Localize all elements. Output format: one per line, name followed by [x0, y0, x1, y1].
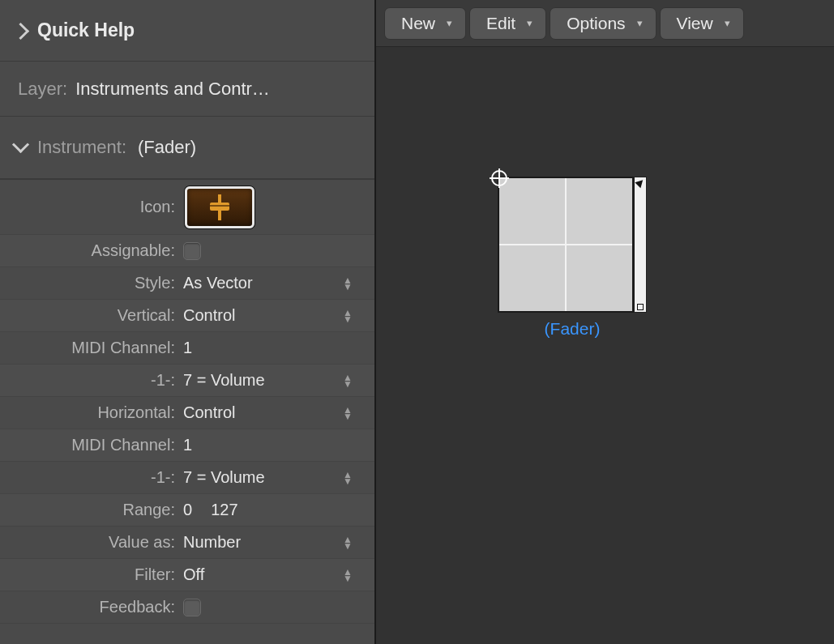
resize-handle-icon[interactable]	[637, 304, 644, 310]
prop-cc-1[interactable]: -1-: 7 = Volume	[0, 365, 374, 397]
environment-workspace[interactable]: (Fader)	[376, 47, 834, 644]
prop-assignable-label: Assignable:	[0, 241, 183, 260]
prop-vertical-value: Control	[183, 306, 235, 325]
stepper-icon[interactable]	[342, 277, 353, 290]
prop-vertical-label: Vertical:	[0, 306, 183, 325]
vector-pad[interactable]	[498, 177, 634, 313]
layer-row[interactable]: Layer: Instruments and Contr…	[0, 62, 374, 117]
prop-midi-channel-1[interactable]: MIDI Channel: 1	[0, 332, 374, 365]
stepper-icon[interactable]	[342, 569, 353, 582]
fader-icon	[205, 193, 234, 222]
prop-assignable: Assignable:	[0, 235, 374, 267]
prop-midi2-value: 1	[183, 436, 192, 454]
chevron-down-icon: ▾	[637, 17, 643, 29]
instrument-header[interactable]: Instrument: (Fader)	[0, 117, 374, 180]
feedback-checkbox[interactable]	[183, 599, 201, 616]
menu-options-label: Options	[567, 14, 625, 33]
prop-style[interactable]: Style: As Vector	[0, 267, 374, 300]
prop-midi-channel-2[interactable]: MIDI Channel: 1	[0, 429, 374, 462]
chevron-down-icon: ▾	[447, 17, 452, 29]
prop-vertical[interactable]: Vertical: Control	[0, 300, 374, 332]
menu-options[interactable]: Options ▾	[550, 7, 656, 40]
prop-midi2-label: MIDI Channel:	[0, 436, 183, 454]
stepper-icon[interactable]	[342, 407, 353, 420]
prop-filter-value: Off	[183, 565, 204, 584]
chevron-down-icon: ▾	[527, 17, 532, 29]
canvas-area: New ▾ Edit ▾ Options ▾ View ▾ (Fader)	[376, 0, 834, 644]
prop-cc1-label: -1-:	[0, 371, 183, 390]
chevron-down-icon	[15, 142, 26, 153]
origin-handle-icon[interactable]	[491, 170, 507, 186]
icon-well[interactable]	[185, 186, 254, 228]
stepper-icon[interactable]	[342, 309, 353, 322]
prop-value-as[interactable]: Value as: Number	[0, 527, 374, 559]
inspector-panel: Quick Help Layer: Instruments and Contr……	[0, 0, 376, 644]
menu-edit-label: Edit	[486, 14, 515, 33]
fader-object[interactable]: (Fader)	[498, 177, 647, 339]
prop-valueas-value: Number	[183, 533, 241, 552]
prop-midi1-value: 1	[183, 339, 192, 357]
chevron-down-icon: ▾	[725, 17, 730, 29]
fader-object-label[interactable]: (Fader)	[498, 319, 647, 339]
prop-filter-label: Filter:	[0, 565, 183, 584]
prop-horizontal-value: Control	[183, 403, 235, 422]
prop-range-hi: 127	[211, 501, 237, 519]
prop-feedback-label: Feedback:	[0, 598, 183, 616]
prop-feedback: Feedback:	[0, 591, 374, 624]
environment-toolbar: New ▾ Edit ▾ Options ▾ View ▾	[376, 0, 834, 47]
prop-range-label: Range:	[0, 501, 183, 519]
prop-cc-2[interactable]: -1-: 7 = Volume	[0, 462, 374, 494]
prop-style-label: Style:	[0, 274, 183, 292]
prop-horizontal-label: Horizontal:	[0, 403, 183, 422]
instrument-label: Instrument:	[37, 137, 126, 158]
menu-new-label: New	[401, 14, 435, 33]
prop-midi1-label: MIDI Channel:	[0, 339, 183, 357]
quick-help-header[interactable]: Quick Help	[0, 0, 374, 62]
prop-cc1-value: 7 = Volume	[183, 371, 265, 390]
prop-icon-label: Icon:	[0, 198, 183, 216]
menu-view[interactable]: View ▾	[660, 7, 744, 40]
assignable-checkbox[interactable]	[183, 242, 201, 260]
prop-horizontal[interactable]: Horizontal: Control	[0, 397, 374, 429]
prop-range[interactable]: Range: 0 127	[0, 494, 374, 527]
layer-label: Layer:	[18, 79, 67, 100]
stepper-icon[interactable]	[342, 471, 353, 484]
chevron-right-icon	[15, 25, 26, 36]
prop-filter[interactable]: Filter: Off	[0, 559, 374, 591]
stepper-icon[interactable]	[342, 536, 353, 549]
prop-style-value: As Vector	[183, 274, 253, 292]
prop-cc2-label: -1-:	[0, 468, 183, 487]
layer-value: Instruments and Contr…	[75, 79, 270, 100]
vector-side-slider[interactable]	[634, 177, 647, 313]
triangle-icon	[635, 177, 645, 188]
prop-cc2-value: 7 = Volume	[183, 468, 265, 487]
prop-range-lo: 0	[183, 501, 192, 519]
menu-edit[interactable]: Edit ▾	[469, 7, 546, 40]
svg-rect-2	[210, 205, 229, 207]
prop-icon: Icon:	[0, 180, 374, 235]
quick-help-title: Quick Help	[37, 19, 135, 41]
stepper-icon[interactable]	[342, 374, 353, 387]
instrument-value: (Fader)	[138, 137, 196, 158]
menu-view-label: View	[677, 14, 713, 33]
prop-valueas-label: Value as:	[0, 533, 183, 552]
menu-new[interactable]: New ▾	[384, 7, 466, 40]
